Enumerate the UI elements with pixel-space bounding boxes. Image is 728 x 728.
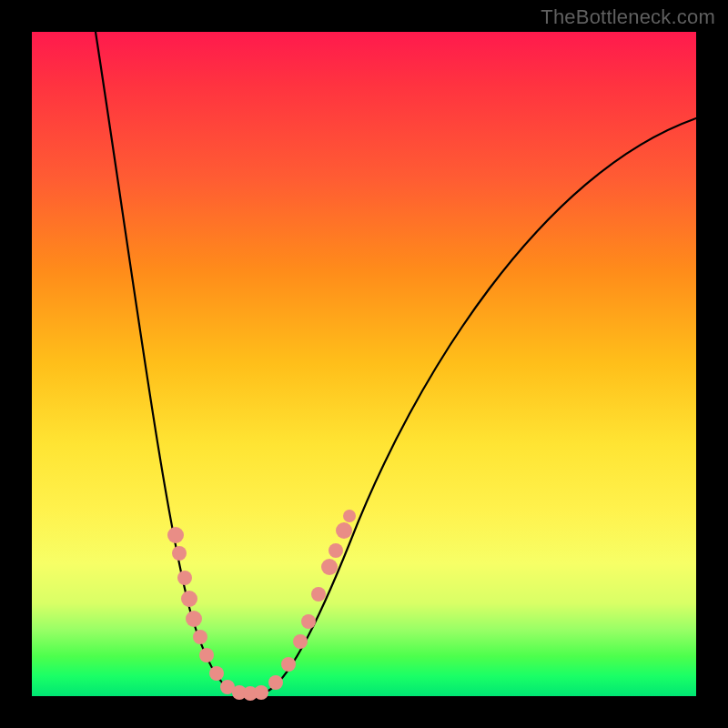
curve-marker — [193, 630, 207, 644]
curve-marker — [172, 546, 187, 561]
curve-marker — [329, 543, 343, 558]
curve-marker — [199, 648, 214, 662]
watermark-text: TheBottleneck.com — [541, 5, 715, 29]
curve-marker — [167, 527, 184, 543]
curve-marker — [254, 685, 268, 700]
curve-marker — [181, 591, 197, 607]
curve-marker — [209, 666, 224, 681]
curve-layer — [32, 32, 696, 696]
curve-marker — [186, 611, 202, 627]
curve-marker — [336, 522, 352, 539]
curve-marker — [268, 675, 283, 690]
curve-marker — [293, 634, 308, 649]
curve-marker — [343, 510, 356, 522]
curve-marker — [301, 614, 316, 629]
curve-marker — [177, 571, 192, 585]
chart-frame: TheBottleneck.com — [0, 0, 728, 728]
curve-marker — [311, 587, 326, 602]
curve-marker — [321, 559, 338, 575]
curve-marker — [281, 657, 296, 672]
marker-group — [167, 510, 356, 701]
plot-area — [32, 32, 696, 696]
